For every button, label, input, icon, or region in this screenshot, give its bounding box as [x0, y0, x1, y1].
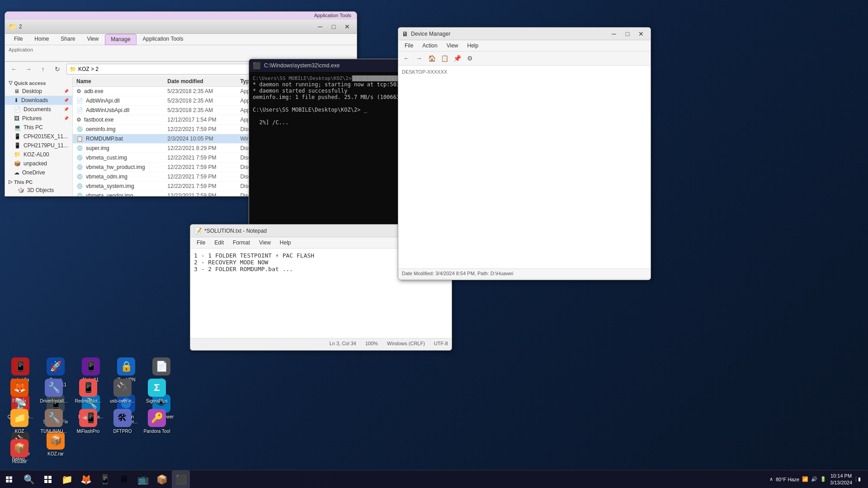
col-date[interactable]: Date modified [167, 78, 240, 84]
show-desktop[interactable]: ▮ [856, 476, 863, 482]
super-icon: 💿 [76, 145, 83, 151]
quick-access-label: ▽ Quick access [5, 78, 72, 87]
tray-wifi[interactable]: 📶 [802, 476, 808, 482]
desktop-icon-pandora[interactable]: 🔑 Pandora Tool [141, 407, 173, 436]
onedrive-icon: ☁ [14, 169, 19, 176]
sidebar-item-downloads[interactable]: ⬇ Downloads 📌 [5, 96, 72, 105]
sidebar: ▽ Quick access 🖥 Desktop 📌 ⬇ Downloads 📌… [5, 76, 73, 197]
bat-icon: 📋 [76, 136, 83, 142]
svg-rect-3 [9, 479, 12, 482]
taskbar-task-view[interactable] [39, 470, 57, 488]
sidebar-item-3dobjects[interactable]: 🎲 3D Objects [5, 186, 72, 195]
devmgr-menu-help[interactable]: Help [463, 41, 483, 50]
maximize-button[interactable]: □ [328, 22, 340, 31]
desktop-icon-koz[interactable]: 📁 KOZ [4, 407, 35, 436]
notepad-statusbar: Ln 3, Col 34 100% Windows (CRLF) UTF-8 [190, 338, 452, 348]
desktop-icon-hisuite[interactable]: 📦 HiSuite [4, 437, 35, 466]
taskbar-package[interactable]: 📦 [153, 470, 171, 488]
taskbar-clock[interactable]: 10:14 PM 3/13/2024 [830, 473, 852, 486]
sidebar-item-documents[interactable]: 📄 Documents 📌 [5, 105, 72, 114]
tab-file[interactable]: File [9, 34, 28, 45]
devmgr-controls: ─ □ ✕ [608, 29, 647, 38]
devmgr-btn2[interactable]: 📌 [452, 53, 462, 64]
devmgr-maximize[interactable]: □ [622, 29, 633, 38]
img-icon3: 💿 [76, 164, 83, 170]
img-icon: 💿 [76, 126, 83, 132]
this-pc-icon: 💻 [14, 124, 21, 131]
devmgr-btn3[interactable]: ⚙ [464, 53, 475, 64]
devmgr-menu-view[interactable]: View [442, 41, 463, 50]
tray-volume[interactable]: 🔊 [811, 476, 817, 482]
sidebar-item-this-pc[interactable]: 💻 This PC [5, 123, 72, 132]
menu-edit[interactable]: Edit [210, 238, 228, 247]
taskbar-cmd[interactable]: ⬛ [172, 470, 190, 488]
desktop-icon-usbovern[interactable]: 🔌 usb-over-n... [107, 377, 138, 405]
back-button[interactable]: ← [9, 64, 19, 75]
tab-application-tools[interactable]: Application Tools [137, 34, 189, 45]
tab-manage[interactable]: Manage [105, 34, 136, 45]
unpacked-icon: 📦 [14, 160, 21, 167]
start-button[interactable] [0, 470, 18, 488]
window-controls: ─ □ ✕ [314, 22, 353, 31]
ribbon: File Home Share View Manage Application … [5, 34, 357, 62]
taskbar-phone[interactable]: 📱 [96, 470, 114, 488]
desktop-icon-tunlinau[interactable]: 🔧 TUNLINAU... [38, 407, 70, 436]
desktop-icon-driverinstall[interactable]: 🔧 DriverInstall... [38, 377, 70, 405]
forward-button[interactable]: → [23, 64, 34, 75]
documents-icon-small: 📄 [14, 106, 21, 113]
taskbar-right: ∧ 80°F Haze 📶 🔊 🔋 10:14 PM 3/13/2024 ▮ [769, 473, 868, 486]
sidebar-item-pictures[interactable]: 🖼 Pictures 📌 [5, 114, 72, 123]
devmgr-forward-btn[interactable]: → [414, 53, 425, 64]
refresh-button[interactable]: ↻ [52, 64, 63, 75]
svg-rect-7 [48, 480, 52, 483]
devmgr-close[interactable]: ✕ [635, 29, 647, 38]
this-pc-section: ▷ This PC [5, 177, 72, 186]
devmgr-back-btn[interactable]: ← [401, 53, 412, 64]
menu-help[interactable]: Help [275, 238, 296, 247]
sidebar-item-cph2015[interactable]: 📱 CPH2015EX_11... [5, 132, 72, 141]
sidebar-item-desktop2[interactable]: 🖥 Desktop [5, 195, 72, 197]
tray-battery[interactable]: 🔋 [820, 476, 826, 482]
close-button[interactable]: ✕ [341, 22, 353, 31]
desktop-icon2: 🖥 [18, 196, 23, 197]
address-bar[interactable]: 📁 KOZ > 2 ▼ [66, 64, 259, 75]
koz-icon: 📁 [14, 151, 21, 158]
tab-home[interactable]: Home [29, 34, 54, 45]
desktop-icon-sigmaplus[interactable]: Σ SigmaPlus [141, 377, 173, 405]
bottom-left-icons: 🦊 Firefox 🔧 DriverInstall... 📱 Redmi_Not… [0, 375, 176, 468]
pictures-icon-small: 🖼 [14, 115, 19, 122]
menu-file[interactable]: File [192, 238, 210, 247]
taskbar-file-explorer[interactable]: 📁 [58, 470, 76, 488]
sidebar-item-onedrive[interactable]: ☁ OneDrive [5, 168, 72, 177]
sidebar-item-koz-al00[interactable]: 📁 KOZ-AL00 [5, 150, 72, 159]
col-name[interactable]: Name [76, 78, 167, 84]
devmgr-menu-file[interactable]: File [400, 41, 418, 50]
taskbar-icons: 🔍 📁 🦊 📱 🖥 📺 📦 ⬛ [18, 470, 192, 488]
sidebar-item-desktop[interactable]: 🖥 Desktop 📌 [5, 87, 72, 96]
desktop-icon-firefox[interactable]: 🦊 Firefox [4, 377, 35, 405]
devmgr-minimize[interactable]: ─ [608, 29, 620, 38]
taskbar-monitor[interactable]: 🖥 [115, 470, 133, 488]
devmgr-home-btn[interactable]: 🏠 [426, 53, 437, 64]
sidebar-item-cph2179[interactable]: 📱 CPH2179PU_11... [5, 141, 72, 150]
svg-rect-2 [6, 479, 9, 482]
menu-view[interactable]: View [255, 238, 275, 247]
taskbar-search[interactable]: 🔍 [20, 470, 38, 488]
tab-view[interactable]: View [81, 34, 104, 45]
desktop-icon-miflashpro[interactable]: 📲 MiFlashPro [72, 407, 104, 436]
menu-format[interactable]: Format [228, 238, 255, 247]
up-button[interactable]: ↑ [38, 64, 48, 75]
desktop-icon-redminote[interactable]: 📱 Redmi_Not... [72, 377, 104, 405]
taskbar-firefox[interactable]: 🦊 [77, 470, 95, 488]
devmgr-placeholder: DESKTOP-XXXXXX [400, 67, 649, 76]
devmgr-btn1[interactable]: 📋 [439, 53, 450, 64]
exe-icon: ⚙ [76, 88, 81, 94]
minimize-button[interactable]: ─ [314, 22, 326, 31]
tab-share[interactable]: Share [55, 34, 80, 45]
svg-rect-1 [9, 476, 12, 479]
tray-arrow[interactable]: ∧ [769, 476, 773, 482]
devmgr-menu-action[interactable]: Action [418, 41, 442, 50]
taskbar-tv[interactable]: 📺 [134, 470, 152, 488]
desktop-icon-dftpro[interactable]: 🛠 DFTPRO [107, 407, 138, 436]
sidebar-item-unpacked[interactable]: 📦 unpacked [5, 159, 72, 168]
